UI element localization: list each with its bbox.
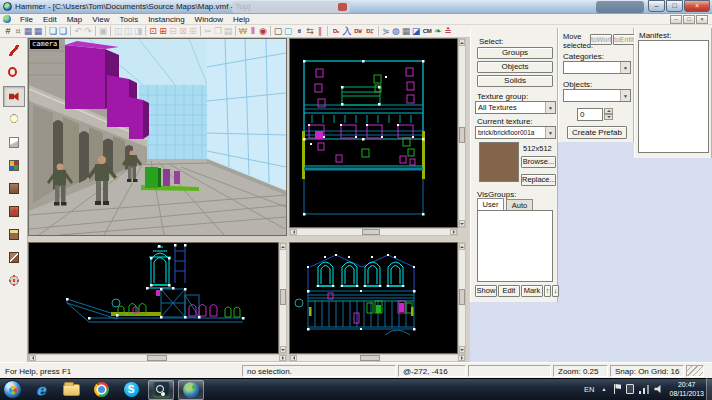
mdi-restore-button[interactable]: □	[683, 15, 695, 24]
globe-render-icon[interactable]: ◍	[391, 25, 401, 37]
camera-tool[interactable]	[3, 86, 25, 107]
menu-window[interactable]: Window	[190, 14, 228, 25]
hide-unselected-icon[interactable]: ◫	[123, 25, 133, 37]
clock[interactable]: 20:47 08/11/2013	[669, 380, 704, 399]
skype-taskbar-button[interactable]: S	[118, 380, 144, 400]
toggle-grid-icon[interactable]: #	[3, 25, 13, 37]
texture-shift-icon[interactable]: ⇆	[305, 25, 315, 37]
prefab-count-input[interactable]: 0	[577, 108, 603, 121]
manifest-list[interactable]	[638, 40, 709, 153]
clipping-tool[interactable]	[3, 247, 25, 268]
replace-button[interactable]: Replace...	[521, 174, 556, 186]
texture-lock-icon[interactable]: ₩	[238, 25, 248, 37]
select-objects-button[interactable]: Objects	[477, 61, 553, 73]
hide-selected-icon[interactable]: ◫	[113, 25, 123, 37]
visgroups-list[interactable]	[477, 210, 553, 282]
sound-browser-icon[interactable]: ≛	[443, 25, 453, 37]
current-texture-combo[interactable]: brick/brickfloor001a ▼	[475, 126, 556, 139]
start-button[interactable]	[3, 380, 22, 399]
texture-application-tool[interactable]	[3, 155, 25, 176]
menu-edit[interactable]: Edit	[38, 14, 62, 25]
mdi-close-button[interactable]: ×	[696, 15, 708, 24]
menu-help[interactable]: Help	[228, 14, 254, 25]
magnify-tool[interactable]	[3, 63, 25, 84]
ie-taskbar-button[interactable]: e	[28, 380, 54, 400]
prefab-count-spinner[interactable]	[604, 108, 613, 120]
volume-icon[interactable]	[654, 385, 664, 394]
chrome-taskbar-button[interactable]	[88, 380, 114, 400]
paste-icon[interactable]: ▤	[223, 25, 233, 37]
merge-groups-icon[interactable]: ⊞	[188, 25, 198, 37]
visgroup-mark-button[interactable]: Mark	[521, 285, 543, 297]
toggle-cordon-icon[interactable]: ◉	[258, 25, 268, 37]
dropdown-arrow-icon[interactable]: ▼	[545, 127, 555, 138]
visgroup-edit-button[interactable]: Edit	[498, 285, 520, 297]
selection-tool[interactable]	[3, 40, 25, 61]
visgroups-tab-user[interactable]: User	[477, 198, 504, 210]
world-markers-toggle-icon[interactable]: D𝚠	[352, 25, 364, 37]
categories-combo[interactable]: ▼	[563, 61, 631, 74]
ungroup-icon[interactable]: ⊠	[178, 25, 188, 37]
network-icon[interactable]	[639, 385, 649, 394]
visgroup-show-button[interactable]: Show	[475, 285, 497, 297]
topview-vscrollbar[interactable]	[458, 38, 466, 228]
model-fade-preview-icon[interactable]: CM	[421, 25, 433, 37]
edit-cordon-bounds-icon[interactable]: ▢	[273, 25, 283, 37]
viewport-2d-front[interactable]	[289, 242, 458, 354]
visgroups-tab-auto[interactable]: Auto	[506, 199, 533, 210]
radius-culling-toggle-icon[interactable]: D𝚛	[364, 25, 376, 37]
entity-angles-toggle-icon[interactable]: 入	[342, 25, 352, 37]
frontview-hscrollbar[interactable]	[289, 354, 466, 362]
apply-decals-tool[interactable]	[3, 201, 25, 222]
toggle-3d-grid-icon[interactable]: ⌗	[13, 25, 23, 37]
menu-instancing[interactable]: Instancing	[143, 14, 189, 25]
minimize-button[interactable]: –	[648, 0, 665, 12]
dropdown-arrow-icon[interactable]: ▼	[620, 90, 630, 101]
objects-combo[interactable]: ▼	[563, 89, 631, 102]
redo-icon[interactable]: ↷	[83, 25, 93, 37]
apply-current-texture-tool[interactable]	[3, 178, 25, 199]
close-button[interactable]: ×	[684, 0, 710, 12]
undo-icon[interactable]: ↶	[73, 25, 83, 37]
face-align-icon[interactable]: ∥	[315, 25, 325, 37]
texture-preview[interactable]	[479, 142, 519, 182]
make-hollow-icon[interactable]: ⊞	[158, 25, 168, 37]
action-center-flag-icon[interactable]	[613, 384, 621, 394]
viewport-2d-top[interactable]	[289, 38, 458, 228]
entity-names-toggle-icon[interactable]: D₀	[330, 25, 342, 37]
cut-icon[interactable]: ✂	[203, 25, 213, 37]
block-tool[interactable]	[3, 132, 25, 153]
dropdown-arrow-icon[interactable]: ▼	[620, 62, 630, 73]
visgroup-down-button[interactable]: ↓	[552, 285, 559, 297]
toggle-group-ignore-icon[interactable]: ▣	[98, 25, 108, 37]
group-icon[interactable]: ⊟	[168, 25, 178, 37]
save-window-state-icon[interactable]: ❏	[58, 25, 68, 37]
copy-icon[interactable]: ❐	[213, 25, 223, 37]
viewport-2d-side[interactable]	[28, 242, 279, 354]
model-browser-icon[interactable]: ❧	[433, 25, 443, 37]
dropdown-arrow-icon[interactable]: ▼	[545, 102, 555, 113]
entity-gallery-icon[interactable]: ◪	[411, 25, 421, 37]
vertex-tool[interactable]	[3, 270, 25, 291]
show-hidden-icon[interactable]: ◨	[133, 25, 143, 37]
menu-tools[interactable]: Tools	[114, 14, 143, 25]
hammer-taskbar-button[interactable]	[178, 380, 204, 400]
menu-file[interactable]: File	[15, 14, 38, 25]
auto-selection-icon[interactable]: tl	[293, 25, 305, 37]
browse-button[interactable]: Browse...	[521, 156, 556, 168]
select-by-handles-icon[interactable]: ▢	[283, 25, 293, 37]
sideview-vscrollbar[interactable]	[279, 242, 287, 354]
to-entity-button[interactable]: toEntity	[613, 34, 635, 45]
menu-map[interactable]: Map	[62, 14, 88, 25]
topview-hscrollbar[interactable]	[289, 228, 458, 236]
steam-taskbar-button[interactable]	[148, 380, 174, 400]
entity-tool[interactable]	[3, 109, 25, 130]
restore-button[interactable]: □	[666, 0, 683, 12]
texture-group-combo[interactable]: All Textures ▼	[475, 101, 556, 114]
select-solids-button[interactable]: Solids	[477, 75, 553, 87]
clipboard-tray-icon[interactable]	[626, 384, 634, 394]
create-prefab-button[interactable]: Create Prefab	[567, 126, 627, 139]
to-world-button[interactable]: toWorld	[590, 34, 612, 45]
texture-scaling-lock-icon[interactable]: Ⅱ	[248, 25, 258, 37]
menu-view[interactable]: View	[87, 14, 114, 25]
